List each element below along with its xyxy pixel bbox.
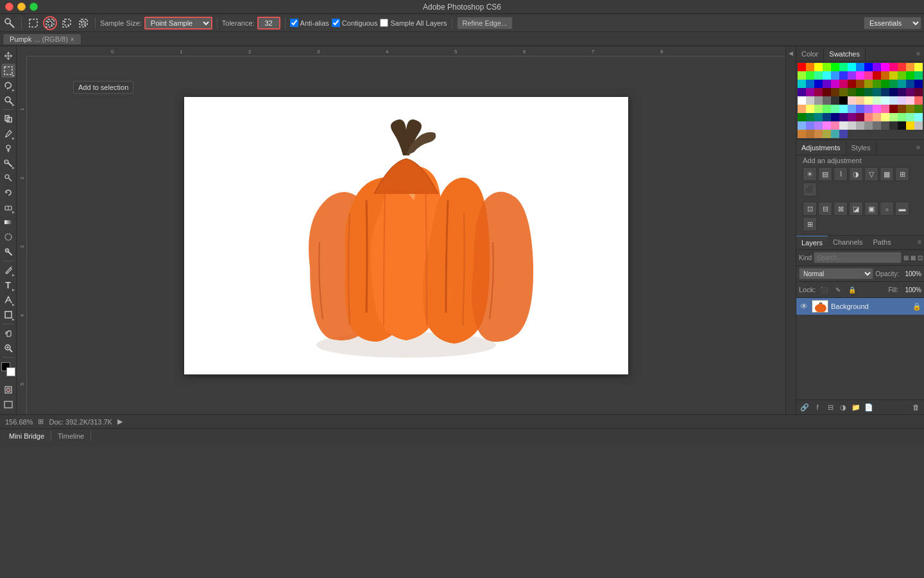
- swatch[interactable]: [873, 113, 881, 121]
- colorlookup-adj[interactable]: ⊠: [834, 202, 848, 216]
- swatch[interactable]: [823, 96, 831, 105]
- swatch[interactable]: [831, 63, 839, 71]
- swatch[interactable]: [814, 88, 823, 96]
- refine-edge-button[interactable]: Refine Edge...: [457, 17, 513, 30]
- swatch[interactable]: [814, 113, 823, 121]
- posterize-adj[interactable]: ▣: [864, 202, 878, 216]
- eraser-tool[interactable]: ▶: [1, 200, 15, 215]
- levels-adj[interactable]: ▤: [818, 167, 832, 181]
- tab-color[interactable]: Color: [796, 48, 824, 60]
- swatch[interactable]: [856, 105, 864, 113]
- swatch[interactable]: [831, 96, 839, 105]
- pen-tool[interactable]: ▶: [1, 263, 15, 277]
- exposure-adj[interactable]: ◑: [849, 167, 863, 181]
- swatch[interactable]: [848, 80, 856, 88]
- foreground-background-colors[interactable]: [1, 362, 15, 376]
- swatch[interactable]: [798, 71, 806, 80]
- swatch[interactable]: [823, 105, 831, 113]
- swatch[interactable]: [856, 88, 864, 96]
- gradientmap-adj[interactable]: ▬: [895, 202, 909, 216]
- quick-mask-mode-button[interactable]: [1, 383, 15, 397]
- brush-tool[interactable]: ▶: [1, 156, 15, 170]
- lasso-tool[interactable]: ▶: [1, 78, 15, 92]
- swatch[interactable]: [856, 71, 864, 80]
- dodge-tool[interactable]: [1, 245, 15, 259]
- swatch[interactable]: [814, 130, 823, 138]
- swatch[interactable]: [906, 71, 914, 80]
- hand-tool[interactable]: [1, 326, 15, 340]
- swatch[interactable]: [873, 71, 881, 80]
- swatch[interactable]: [831, 105, 839, 113]
- swatch[interactable]: [798, 88, 806, 96]
- swatch[interactable]: [873, 105, 881, 113]
- sample-size-select[interactable]: Point Sample 3 by 3 Average 5 by 5 Avera…: [144, 17, 212, 30]
- clone-stamp-tool[interactable]: [1, 171, 15, 185]
- swatch[interactable]: [823, 121, 831, 130]
- swatch[interactable]: [856, 121, 864, 130]
- add-to-selection-button[interactable]: [43, 16, 57, 30]
- swatch[interactable]: [814, 80, 823, 88]
- blend-mode-select[interactable]: Normal: [799, 268, 873, 279]
- lock-pixels-icon[interactable]: ⬛: [818, 284, 830, 295]
- swatch[interactable]: [873, 121, 881, 130]
- swatch[interactable]: [806, 88, 814, 96]
- swatch[interactable]: [798, 113, 806, 121]
- swatch[interactable]: [839, 105, 848, 113]
- swatch[interactable]: [898, 80, 906, 88]
- swatch[interactable]: [864, 71, 873, 80]
- anti-alias-checkbox-label[interactable]: Anti-alias: [290, 19, 329, 27]
- intersect-selection-button[interactable]: [76, 16, 90, 30]
- swatch[interactable]: [881, 88, 889, 96]
- new-layer-button[interactable]: 📄: [863, 401, 875, 413]
- swatch[interactable]: [839, 88, 848, 96]
- panel-collapse-icon[interactable]: ◀: [787, 49, 796, 58]
- colorbalance-adj[interactable]: ⊞: [895, 167, 909, 181]
- swatch[interactable]: [898, 105, 906, 113]
- workspace-select[interactable]: Essentials: [864, 17, 921, 30]
- new-adjustment-layer-button[interactable]: ◑: [837, 401, 849, 413]
- eyedropper-tool[interactable]: ▶: [1, 127, 15, 141]
- swatch[interactable]: [839, 71, 848, 80]
- swatch[interactable]: [798, 105, 806, 113]
- swatch[interactable]: [881, 63, 889, 71]
- swatch[interactable]: [839, 80, 848, 88]
- swatch[interactable]: [906, 105, 914, 113]
- bw-adj[interactable]: ⬛: [803, 182, 817, 197]
- swatch[interactable]: [831, 113, 839, 121]
- swatch[interactable]: [798, 80, 806, 88]
- contiguous-checkbox[interactable]: [332, 19, 340, 27]
- lock-position-icon[interactable]: ✎: [832, 284, 844, 295]
- background-color[interactable]: [6, 367, 15, 376]
- swatch[interactable]: [906, 80, 914, 88]
- layers-search-input[interactable]: [814, 252, 902, 263]
- swatch[interactable]: [873, 80, 881, 88]
- marquee-tool[interactable]: ▶: [1, 64, 15, 78]
- tab-swatches[interactable]: Swatches: [824, 48, 866, 60]
- tab-channels[interactable]: Channels: [828, 236, 868, 249]
- swatch[interactable]: [831, 88, 839, 96]
- swatch[interactable]: [881, 96, 889, 105]
- minimize-button[interactable]: [17, 3, 26, 11]
- swatch[interactable]: [889, 113, 898, 121]
- close-button[interactable]: [5, 3, 13, 11]
- swatch[interactable]: [806, 113, 814, 121]
- swatch[interactable]: [848, 71, 856, 80]
- swatch[interactable]: [848, 113, 856, 121]
- swatch[interactable]: [881, 80, 889, 88]
- swatch[interactable]: [881, 121, 889, 130]
- swatch[interactable]: [798, 63, 806, 71]
- contiguous-checkbox-label[interactable]: Contiguous: [332, 19, 378, 27]
- swatch[interactable]: [889, 71, 898, 80]
- anti-alias-checkbox[interactable]: [290, 19, 298, 27]
- tolerance-input[interactable]: [257, 17, 280, 30]
- swatch[interactable]: [914, 121, 923, 130]
- zoom-fit-icon[interactable]: ⊞: [38, 417, 44, 426]
- swatch[interactable]: [898, 121, 906, 130]
- swatch[interactable]: [806, 105, 814, 113]
- tab-layers[interactable]: Layers: [796, 236, 828, 249]
- swatch[interactable]: [848, 63, 856, 71]
- swatch[interactable]: [898, 63, 906, 71]
- swatch[interactable]: [848, 121, 856, 130]
- swatch[interactable]: [906, 113, 914, 121]
- swatch[interactable]: [914, 71, 923, 80]
